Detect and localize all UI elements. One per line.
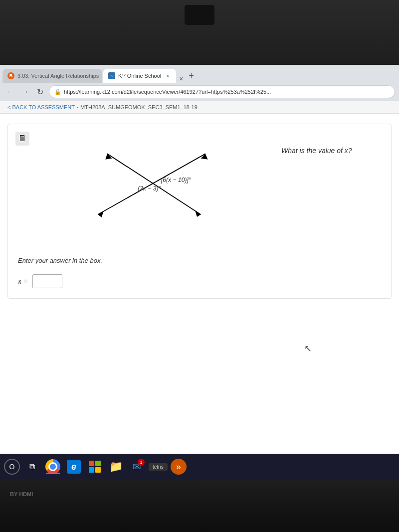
diagram-area: (3x − 3)° [6(x − 10)]° (18, 137, 271, 236)
store-icon (88, 460, 102, 474)
edge-icon: e (67, 460, 81, 474)
svg-line-0 (98, 154, 205, 214)
main-content: 🖩 (0, 114, 399, 388)
question-area: (3x − 3)° [6(x − 10)]° What is the value… (18, 137, 381, 236)
question-text: What is the value of x? (281, 147, 381, 155)
instruction-text: Enter your answer in the box. (18, 257, 381, 264)
svg-text:[6(x − 10)]°: [6(x − 10)]° (161, 177, 191, 183)
tab2-close[interactable]: × (164, 72, 171, 79)
cortana-button[interactable]: O (4, 459, 20, 475)
taskbar: O ⧉ e 📁 ✉ 1 tetris » (0, 454, 399, 480)
address-bar-row: ← → ↻ 🔒 https://learning.k12.com/d2l/le/… (0, 83, 399, 101)
address-bar[interactable]: 🔒 https://learning.k12.com/d2l/le/sequen… (49, 85, 395, 98)
lock-icon: 🔒 (54, 89, 61, 95)
folder-icon: 📁 (109, 460, 123, 473)
edge-taskbar-button[interactable]: e (65, 458, 83, 476)
overflow-button[interactable]: » (171, 459, 187, 475)
explorer-taskbar-button[interactable]: 📁 (107, 458, 125, 476)
task-view-button[interactable]: ⧉ (23, 458, 41, 476)
window-close[interactable]: × (179, 75, 183, 83)
answer-row: x = (18, 274, 381, 288)
mail-badge: 1 (138, 459, 145, 466)
answer-area: Enter your answer in the box. x = (18, 249, 381, 288)
tab-online-school[interactable]: K K¹² Online School × (103, 69, 176, 83)
hdmi-label: BY HDMI (10, 491, 33, 497)
store-taskbar-button[interactable] (86, 458, 104, 476)
refresh-button[interactable]: ↻ (34, 86, 46, 98)
browser-chrome: B 3.03: Vertical Angle Relationships × K… (0, 65, 399, 101)
back-button[interactable]: ← (4, 86, 16, 98)
chrome-icon (45, 459, 60, 474)
svg-text:(3x − 3)°: (3x − 3)° (138, 185, 161, 192)
new-tab-button[interactable]: + (184, 69, 198, 83)
mail-taskbar-button[interactable]: ✉ 1 (128, 458, 146, 476)
screen: B 3.03: Vertical Angle Relationships × K… (0, 65, 399, 454)
dark-app-button[interactable]: tetris (149, 463, 168, 471)
breadcrumb[interactable]: < BACK TO ASSESSMENT · MTH208A_SUMGEOMOK… (0, 101, 399, 114)
tab2-label: K¹² Online School (118, 73, 161, 79)
tab2-favicon: K (108, 72, 115, 79)
webcam (185, 5, 214, 25)
chrome-active-indicator (46, 473, 60, 474)
tab-bar: B 3.03: Vertical Angle Relationships × K… (0, 65, 399, 83)
svg-marker-3 (98, 211, 103, 217)
x-equals-label: x = (18, 277, 27, 285)
forward-button[interactable]: → (19, 86, 31, 98)
tab-vertical-angles[interactable]: B 3.03: Vertical Angle Relationships × (2, 69, 102, 83)
angle-diagram: (3x − 3)° [6(x − 10)]° (70, 137, 219, 236)
chrome-taskbar-button[interactable] (44, 458, 62, 476)
tab1-close[interactable]: × (102, 72, 102, 79)
answer-input[interactable] (32, 274, 62, 288)
question-card: 🖩 (7, 124, 392, 299)
back-to-assessment[interactable]: < BACK TO ASSESSMENT (7, 104, 75, 110)
tab1-favicon: B (7, 72, 14, 79)
breadcrumb-path: MTH208A_SUMGEOMOK_SEC3_SEM1_18-19 (80, 104, 198, 110)
task-view-icon: ⧉ (29, 462, 35, 471)
bottom-bezel: BY HDMI VIZIO (0, 480, 399, 532)
svg-line-1 (107, 154, 201, 214)
calculator-button[interactable]: 🖩 (15, 132, 29, 146)
top-bezel (0, 0, 399, 65)
breadcrumb-separator: · (77, 104, 78, 110)
url-text: https://learning.k12.com/d2l/le/sequence… (64, 89, 271, 95)
tab1-label: 3.03: Vertical Angle Relationships (17, 73, 99, 79)
cursor: ↖ (304, 343, 312, 354)
question-text-area: What is the value of x? (281, 137, 381, 165)
